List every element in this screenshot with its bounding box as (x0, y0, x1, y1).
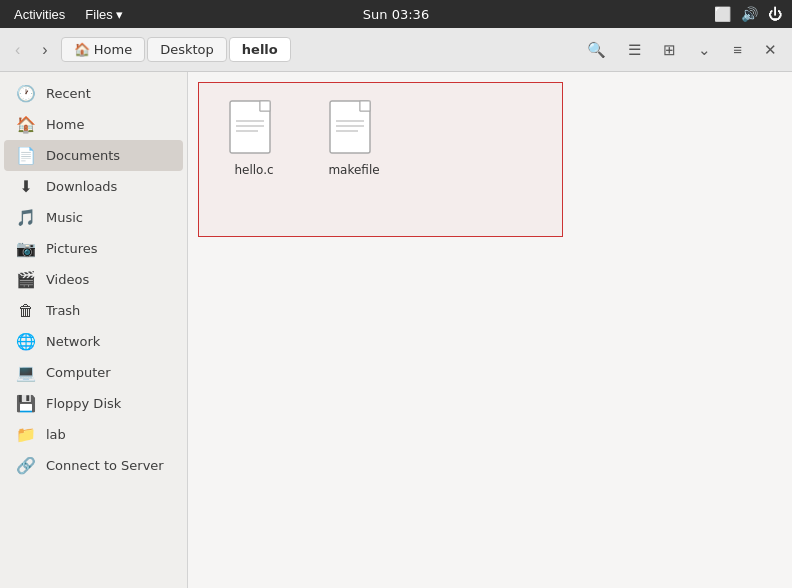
svg-rect-2 (260, 101, 270, 111)
file-area: hello.c makefile (188, 72, 792, 588)
sidebar-item-home[interactable]: 🏠 Home (4, 109, 183, 140)
topbar-right: ⬜ 🔊 ⏻ (714, 6, 782, 22)
sidebar-label-documents: Documents (46, 148, 171, 163)
videos-icon: 🎬 (16, 270, 36, 289)
floppy-icon: 💾 (16, 394, 36, 413)
sidebar-label-connect: Connect to Server (46, 458, 171, 473)
menu-button[interactable]: ≡ (724, 36, 751, 63)
grid-view-button[interactable]: ⊞ (654, 36, 685, 64)
sidebar-item-network[interactable]: 🌐 Network (4, 326, 183, 357)
forward-button[interactable]: › (33, 36, 56, 64)
breadcrumb-hello[interactable]: hello (229, 37, 291, 62)
sidebar-label-music: Music (46, 210, 171, 225)
svg-rect-8 (360, 101, 370, 111)
sidebar-label-pictures: Pictures (46, 241, 171, 256)
power-icon[interactable]: ⏻ (768, 6, 782, 22)
sidebar-item-recent[interactable]: 🕐 Recent (4, 78, 183, 109)
sidebar-label-trash: Trash (46, 303, 171, 318)
home-icon: 🏠 (16, 115, 36, 134)
breadcrumb: 🏠 Home Desktop hello (61, 37, 575, 62)
sidebar-item-connect[interactable]: 🔗 Connect to Server (4, 450, 183, 481)
sidebar-label-recent: Recent (46, 86, 171, 101)
breadcrumb-desktop[interactable]: Desktop (147, 37, 227, 62)
documents-icon: 📄 (16, 146, 36, 165)
pictures-icon: 📷 (16, 239, 36, 258)
screen-icon[interactable]: ⬜ (714, 6, 731, 22)
list-view-button[interactable]: ☰ (619, 36, 650, 64)
selection-box: hello.c makefile (198, 82, 563, 237)
files-menu-button[interactable]: Files ▾ (81, 5, 127, 24)
sidebar-label-videos: Videos (46, 272, 171, 287)
sidebar-label-home: Home (46, 117, 171, 132)
lab-icon: 📁 (16, 425, 36, 444)
downloads-icon: ⬇ (16, 177, 36, 196)
music-icon: 🎵 (16, 208, 36, 227)
sidebar-item-lab[interactable]: 📁 lab (4, 419, 183, 450)
sidebar-label-floppy: Floppy Disk (46, 396, 171, 411)
main-area: 🕐 Recent 🏠 Home 📄 Documents ⬇ Downloads … (0, 72, 792, 588)
file-item-makefile[interactable]: makefile (309, 93, 399, 183)
network-icon: 🌐 (16, 332, 36, 351)
files-label: Files (85, 7, 112, 22)
trash-icon: 🗑 (16, 301, 36, 320)
sidebar-label-computer: Computer (46, 365, 171, 380)
sidebar-item-computer[interactable]: 💻 Computer (4, 357, 183, 388)
sidebar-label-lab: lab (46, 427, 171, 442)
close-button[interactable]: ✕ (755, 36, 786, 64)
toolbar-actions: 🔍 ☰ ⊞ ⌄ ≡ ✕ (578, 36, 786, 64)
volume-icon[interactable]: 🔊 (741, 6, 758, 22)
topbar: Activities Files ▾ Sun 03:36 ⬜ 🔊 ⏻ (0, 0, 792, 28)
file-icon-makefile (328, 99, 380, 159)
files-arrow: ▾ (116, 7, 123, 22)
search-button[interactable]: 🔍 (578, 36, 615, 64)
sidebar-label-downloads: Downloads (46, 179, 171, 194)
file-icon-hello-c (228, 99, 280, 159)
toolbar: ‹ › 🏠 Home Desktop hello 🔍 ☰ ⊞ ⌄ ≡ ✕ (0, 28, 792, 72)
back-button[interactable]: ‹ (6, 36, 29, 64)
sidebar-item-videos[interactable]: 🎬 Videos (4, 264, 183, 295)
activities-button[interactable]: Activities (10, 5, 69, 24)
breadcrumb-home[interactable]: 🏠 Home (61, 37, 146, 62)
computer-icon: 💻 (16, 363, 36, 382)
sidebar-item-trash[interactable]: 🗑 Trash (4, 295, 183, 326)
sidebar-label-network: Network (46, 334, 171, 349)
sidebar-item-downloads[interactable]: ⬇ Downloads (4, 171, 183, 202)
sort-button[interactable]: ⌄ (689, 36, 720, 64)
file-name-hello-c: hello.c (234, 163, 273, 177)
topbar-clock: Sun 03:36 (363, 7, 429, 22)
file-item-hello-c[interactable]: hello.c (209, 93, 299, 183)
sidebar: 🕐 Recent 🏠 Home 📄 Documents ⬇ Downloads … (0, 72, 188, 588)
recent-icon: 🕐 (16, 84, 36, 103)
sidebar-item-documents[interactable]: 📄 Documents (4, 140, 183, 171)
file-name-makefile: makefile (328, 163, 379, 177)
topbar-left: Activities Files ▾ (10, 5, 127, 24)
sidebar-item-floppy[interactable]: 💾 Floppy Disk (4, 388, 183, 419)
sidebar-item-pictures[interactable]: 📷 Pictures (4, 233, 183, 264)
connect-icon: 🔗 (16, 456, 36, 475)
sidebar-item-music[interactable]: 🎵 Music (4, 202, 183, 233)
